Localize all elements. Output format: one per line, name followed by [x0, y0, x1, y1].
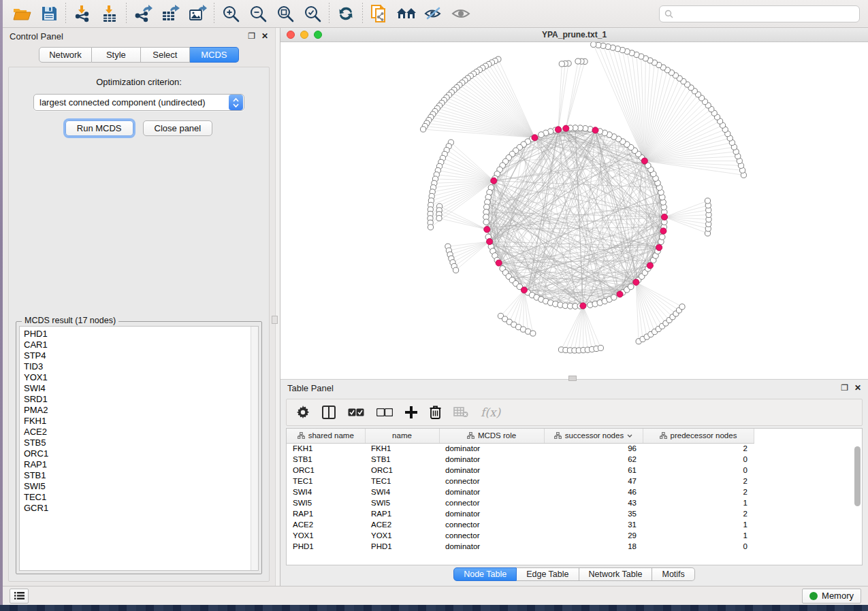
mcds-result-item[interactable]: CAR1 — [24, 340, 251, 350]
show-all-icon[interactable] — [447, 2, 475, 25]
table-scrollbar-thumb[interactable] — [854, 446, 861, 506]
mcds-result-list[interactable]: PHD1CAR1STP4TID3YOX1SWI4SRD1PMA2FKH1ACE2… — [20, 327, 251, 570]
column-header-shared-name[interactable]: shared name — [287, 429, 365, 443]
export-network-icon[interactable] — [129, 2, 157, 25]
table-row[interactable]: TEC1TEC1connector472 — [287, 476, 754, 486]
splitter-grip[interactable] — [272, 316, 278, 324]
table-row[interactable]: RAP1RAP1dominator352 — [287, 508, 754, 519]
save-session-icon[interactable] — [35, 2, 63, 25]
network-canvas[interactable] — [280, 42, 868, 379]
table-toolbar: f(x) — [286, 399, 863, 426]
vertical-splitter[interactable] — [275, 28, 280, 586]
cell-shared_name: FKH1 — [287, 443, 365, 454]
column-header-predecessor-nodes[interactable]: predecessor nodes — [643, 429, 754, 443]
mcds-result-item[interactable]: STP4 — [24, 350, 251, 361]
table-row[interactable]: STB1STB1dominator620 — [287, 454, 754, 465]
app-window: Control Panel ❐ ✕ Network Style Select M… — [3, 0, 868, 605]
close-table-panel-icon[interactable]: ✕ — [854, 384, 861, 392]
float-table-panel-icon[interactable]: ❐ — [841, 384, 848, 392]
table-row[interactable]: PHD1PHD1dominator180 — [287, 541, 754, 552]
tab-network[interactable]: Network — [39, 47, 92, 63]
control-panel-tabs: Network Style Select MCDS — [3, 47, 275, 63]
criterion-select[interactable]: largest connected component (undirected) — [33, 94, 244, 111]
hide-selected-icon[interactable] — [420, 2, 447, 25]
mcds-result-item[interactable]: TID3 — [24, 361, 251, 372]
mcds-result-item[interactable]: PHD1 — [24, 329, 251, 340]
cell-predecessors: 2 — [643, 476, 754, 486]
delete-table-icon[interactable] — [453, 402, 468, 423]
table-panel: Table Panel ❐ ✕ — [280, 380, 868, 586]
search-field[interactable] — [677, 9, 854, 18]
first-neighbors-icon[interactable] — [393, 2, 420, 25]
mcds-result-item[interactable]: YOX1 — [24, 372, 251, 383]
float-panel-icon[interactable]: ❐ — [248, 32, 255, 40]
memory-button[interactable]: Memory — [802, 589, 861, 604]
deselect-all-rows-icon[interactable] — [376, 402, 393, 423]
table-row[interactable]: FKH1FKH1dominator962 — [287, 443, 754, 454]
mcds-result-item[interactable]: STB5 — [24, 437, 251, 448]
desktop-edge — [0, 0, 3, 605]
mcds-list-scrollbar[interactable] — [251, 327, 258, 570]
mcds-result-item[interactable]: ORC1 — [24, 448, 251, 459]
open-session-icon[interactable] — [8, 2, 35, 25]
mcds-result-item[interactable]: STB1 — [24, 470, 251, 481]
horizontal-splitter-grip[interactable] — [568, 376, 577, 381]
tab-style[interactable]: Style — [92, 47, 141, 63]
refresh-layout-icon[interactable] — [332, 2, 359, 25]
export-table-icon[interactable] — [157, 2, 184, 25]
mcds-result-item[interactable]: GCR1 — [24, 503, 251, 514]
zoom-fit-icon[interactable] — [272, 2, 299, 25]
tab-edge-table[interactable]: Edge Table — [517, 567, 579, 581]
zoom-selected-icon[interactable] — [299, 2, 326, 25]
search-input[interactable] — [659, 5, 860, 22]
zoom-in-icon[interactable] — [217, 2, 244, 25]
mcds-result-item[interactable]: SWI5 — [24, 481, 251, 492]
column-header-name[interactable]: name — [365, 429, 439, 443]
mcds-result-item[interactable]: FKH1 — [24, 416, 251, 427]
table-row[interactable]: ACE2ACE2connector311 — [287, 519, 754, 530]
control-panel: Control Panel ❐ ✕ Network Style Select M… — [3, 28, 275, 586]
mcds-result-item[interactable]: TEC1 — [24, 492, 251, 503]
apply-function-icon[interactable]: f(x) — [481, 402, 500, 423]
cell-successors: 31 — [544, 519, 643, 530]
cell-role: dominator — [439, 508, 544, 519]
tab-mcds[interactable]: MCDS — [190, 47, 239, 63]
duplicate-network-icon[interactable] — [366, 2, 393, 25]
table-scrollbar[interactable] — [853, 445, 861, 562]
select-all-rows-icon[interactable] — [348, 402, 364, 423]
close-panel-icon[interactable]: ✕ — [261, 32, 268, 40]
mcds-result-item[interactable]: RAP1 — [24, 459, 251, 470]
column-header-MCDS-role[interactable]: MCDS role — [439, 429, 544, 443]
table-row[interactable]: ORC1ORC1dominator610 — [287, 465, 754, 476]
import-table-icon[interactable] — [96, 2, 123, 25]
close-panel-button[interactable]: Close panel — [143, 120, 213, 136]
tab-select[interactable]: Select — [141, 47, 190, 63]
export-image-icon[interactable] — [184, 2, 211, 25]
show-columns-icon[interactable] — [322, 402, 336, 423]
cell-successors: 29 — [544, 530, 643, 541]
import-network-icon[interactable] — [69, 2, 96, 25]
add-row-icon[interactable] — [405, 402, 417, 423]
table-row[interactable]: SWI4SWI4dominator462 — [287, 486, 754, 497]
mcds-result-item[interactable]: SWI4 — [24, 383, 251, 394]
run-mcds-button[interactable]: Run MCDS — [65, 120, 133, 136]
zoom-out-icon[interactable] — [244, 2, 272, 25]
main-toolbar — [3, 0, 868, 28]
mcds-result-item[interactable]: ACE2 — [24, 427, 251, 437]
network-window-titlebar[interactable]: YPA_prune.txt_1 — [280, 28, 868, 42]
cell-successors: 96 — [544, 443, 643, 454]
tab-node-table[interactable]: Node Table — [453, 567, 517, 581]
tab-motifs[interactable]: Motifs — [652, 567, 694, 581]
column-header-successor-nodes[interactable]: successor nodes — [544, 429, 643, 443]
mcds-result-item[interactable]: SRD1 — [24, 394, 251, 405]
delete-rows-icon[interactable] — [430, 402, 441, 423]
mcds-result-item[interactable]: PMA2 — [24, 405, 251, 416]
task-history-button[interactable] — [10, 589, 29, 604]
table-row[interactable]: YOX1YOX1connector291 — [287, 530, 754, 541]
tab-network-table[interactable]: Network Table — [579, 567, 653, 581]
table-settings-icon[interactable] — [296, 402, 310, 423]
criterion-value: largest connected component (undirected) — [34, 97, 229, 108]
table-row[interactable]: SWI5SWI5connector431 — [287, 497, 754, 508]
network-window-title: YPA_prune.txt_1 — [280, 30, 868, 39]
desktop-edge — [0, 605, 868, 611]
